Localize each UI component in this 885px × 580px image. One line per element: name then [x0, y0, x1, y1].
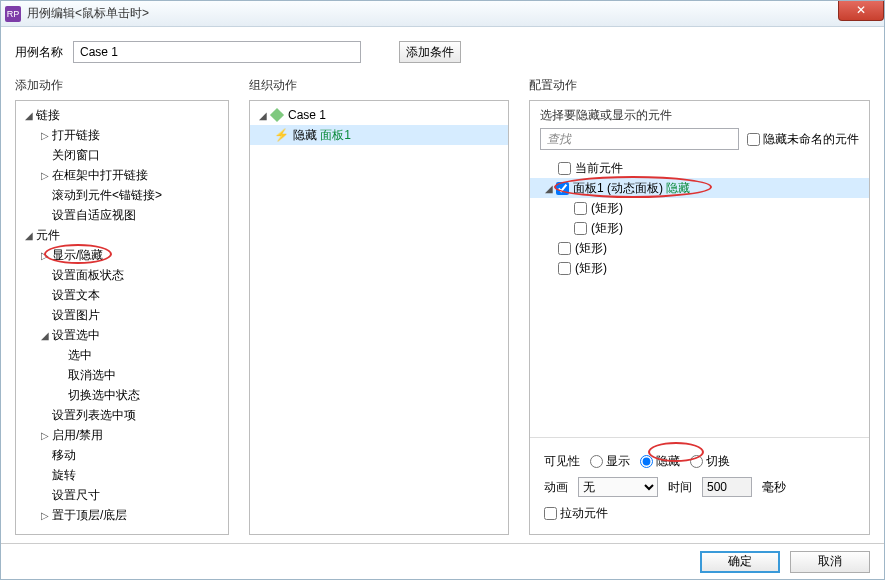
widget-checkbox[interactable]	[574, 202, 587, 215]
organize-actions-tree[interactable]: ◢ Case 1 ⚡ 隐藏 面板1	[249, 100, 509, 535]
options-panel: 可见性 显示 隐藏 切换 动画 无 时间 毫秒	[530, 437, 869, 534]
organize-actions-column: 组织动作 ◢ Case 1 ⚡ 隐藏 面板1	[249, 77, 509, 535]
widget-row[interactable]: ◢面板1 (动态面板) 隐藏	[530, 178, 869, 198]
visibility-toggle[interactable]: 切换	[690, 453, 730, 470]
expand-arrow-icon: ◢	[544, 183, 554, 194]
tree-node[interactable]: 滚动到元件<锚链接>	[16, 185, 228, 205]
case-name-input[interactable]	[73, 41, 361, 63]
widget-checkbox[interactable]	[558, 242, 571, 255]
add-condition-button[interactable]: 添加条件	[399, 41, 461, 63]
tree-node-label: 滚动到元件<锚链接>	[52, 187, 162, 204]
widget-label: 面板1 (动态面板)	[573, 180, 663, 197]
widget-list[interactable]: 当前元件◢面板1 (动态面板) 隐藏(矩形)(矩形)(矩形)(矩形)	[530, 156, 869, 437]
widget-checkbox[interactable]	[558, 162, 571, 175]
widget-row[interactable]: (矩形)	[530, 238, 869, 258]
expand-arrow-icon: ◢	[40, 330, 50, 341]
content-area: 用例名称 添加条件 添加动作 ◢链接▷打开链接关闭窗口▷在框架中打开链接滚动到元…	[1, 27, 884, 543]
time-label: 时间	[668, 479, 692, 496]
widget-state: 隐藏	[663, 180, 690, 197]
tree-node-label: 显示/隐藏	[52, 247, 103, 264]
hide-unnamed-option[interactable]: 隐藏未命名的元件	[747, 131, 859, 148]
action-node[interactable]: ⚡ 隐藏 面板1	[250, 125, 508, 145]
expand-arrow-icon: ◢	[258, 110, 268, 121]
tree-node[interactable]: ▷置于顶层/底层	[16, 505, 228, 525]
hide-unnamed-checkbox[interactable]	[747, 133, 760, 146]
visibility-row: 可见性 显示 隐藏 切换	[544, 448, 855, 474]
configure-actions-column: 配置动作 选择要隐藏或显示的元件 隐藏未命名的元件 当前元件◢面板1 (动态面板…	[529, 77, 870, 535]
tree-node[interactable]: 设置面板状态	[16, 265, 228, 285]
animation-select[interactable]: 无	[578, 477, 658, 497]
tree-node[interactable]: 设置列表选中项	[16, 405, 228, 425]
cancel-button[interactable]: 取消	[790, 551, 870, 573]
duration-unit: 毫秒	[762, 479, 786, 496]
tree-node-label: 移动	[52, 447, 76, 464]
tree-node[interactable]: ▷打开链接	[16, 125, 228, 145]
tree-node[interactable]: ▷启用/禁用	[16, 425, 228, 445]
case-icon	[270, 108, 284, 122]
widget-row[interactable]: (矩形)	[530, 198, 869, 218]
tree-node[interactable]: 关闭窗口	[16, 145, 228, 165]
tree-node[interactable]: 设置图片	[16, 305, 228, 325]
animation-row: 动画 无 时间 毫秒	[544, 474, 855, 500]
tree-node[interactable]: ◢链接	[16, 105, 228, 125]
case-name-row: 用例名称 添加条件	[15, 41, 870, 63]
tree-node-label: 在框架中打开链接	[52, 167, 148, 184]
widget-label: (矩形)	[575, 260, 607, 277]
configure-actions-header: 配置动作	[529, 77, 870, 94]
tree-node-label: 取消选中	[68, 367, 116, 384]
config-heading: 选择要隐藏或显示的元件	[530, 101, 869, 128]
hide-unnamed-label: 隐藏未命名的元件	[763, 131, 859, 148]
tree-node[interactable]: 设置自适应视图	[16, 205, 228, 225]
footer: 确定 取消	[1, 543, 884, 579]
widget-label: (矩形)	[575, 240, 607, 257]
widget-checkbox[interactable]	[558, 262, 571, 275]
tree-node-label: 元件	[36, 227, 60, 244]
visibility-hide[interactable]: 隐藏	[640, 453, 680, 470]
tree-node[interactable]: 设置文本	[16, 285, 228, 305]
close-button[interactable]: ✕	[838, 1, 884, 21]
titlebar: RP 用例编辑<鼠标单击时> ✕	[1, 1, 884, 27]
duration-input[interactable]	[702, 477, 752, 497]
tree-node[interactable]: 选中	[16, 345, 228, 365]
add-actions-tree[interactable]: ◢链接▷打开链接关闭窗口▷在框架中打开链接滚动到元件<锚链接>设置自适应视图◢元…	[15, 100, 229, 535]
tree-node-label: 设置选中	[52, 327, 100, 344]
case-name-label: 用例名称	[15, 44, 63, 61]
visibility-show[interactable]: 显示	[590, 453, 630, 470]
columns: 添加动作 ◢链接▷打开链接关闭窗口▷在框架中打开链接滚动到元件<锚链接>设置自适…	[15, 77, 870, 535]
action-target: 面板1	[320, 127, 351, 144]
tree-node[interactable]: ◢元件	[16, 225, 228, 245]
expand-arrow-icon: ▷	[40, 170, 50, 181]
tree-node-label: 设置列表选中项	[52, 407, 136, 424]
tree-node[interactable]: ▷显示/隐藏	[16, 245, 228, 265]
search-row: 隐藏未命名的元件	[530, 128, 869, 156]
tree-node[interactable]: 切换选中状态	[16, 385, 228, 405]
case-node[interactable]: ◢ Case 1	[250, 105, 508, 125]
widget-row[interactable]: (矩形)	[530, 218, 869, 238]
expand-arrow-icon: ▷	[40, 250, 50, 261]
widget-checkbox[interactable]	[574, 222, 587, 235]
dialog-window: RP 用例编辑<鼠标单击时> ✕ 用例名称 添加条件 添加动作 ◢链接▷打开链接…	[0, 0, 885, 580]
tree-node-label: 打开链接	[52, 127, 100, 144]
tree-node-label: 选中	[68, 347, 92, 364]
widget-row[interactable]: 当前元件	[530, 158, 869, 178]
search-input[interactable]	[540, 128, 739, 150]
animation-label: 动画	[544, 479, 568, 496]
lightning-icon: ⚡	[274, 128, 289, 142]
pull-checkbox[interactable]	[544, 507, 557, 520]
tree-node[interactable]: ▷在框架中打开链接	[16, 165, 228, 185]
expand-arrow-icon: ▷	[40, 130, 50, 141]
widget-checkbox[interactable]	[556, 182, 569, 195]
tree-node[interactable]: 取消选中	[16, 365, 228, 385]
widget-label: (矩形)	[591, 200, 623, 217]
tree-node[interactable]: 移动	[16, 445, 228, 465]
configure-panel: 选择要隐藏或显示的元件 隐藏未命名的元件 当前元件◢面板1 (动态面板) 隐藏(…	[529, 100, 870, 535]
add-actions-column: 添加动作 ◢链接▷打开链接关闭窗口▷在框架中打开链接滚动到元件<锚链接>设置自适…	[15, 77, 229, 535]
pull-option[interactable]: 拉动元件	[544, 505, 608, 522]
expand-arrow-icon: ◢	[24, 110, 34, 121]
tree-node[interactable]: ◢设置选中	[16, 325, 228, 345]
tree-node[interactable]: 设置尺寸	[16, 485, 228, 505]
pull-row: 拉动元件	[544, 500, 855, 526]
ok-button[interactable]: 确定	[700, 551, 780, 573]
widget-row[interactable]: (矩形)	[530, 258, 869, 278]
tree-node[interactable]: 旋转	[16, 465, 228, 485]
